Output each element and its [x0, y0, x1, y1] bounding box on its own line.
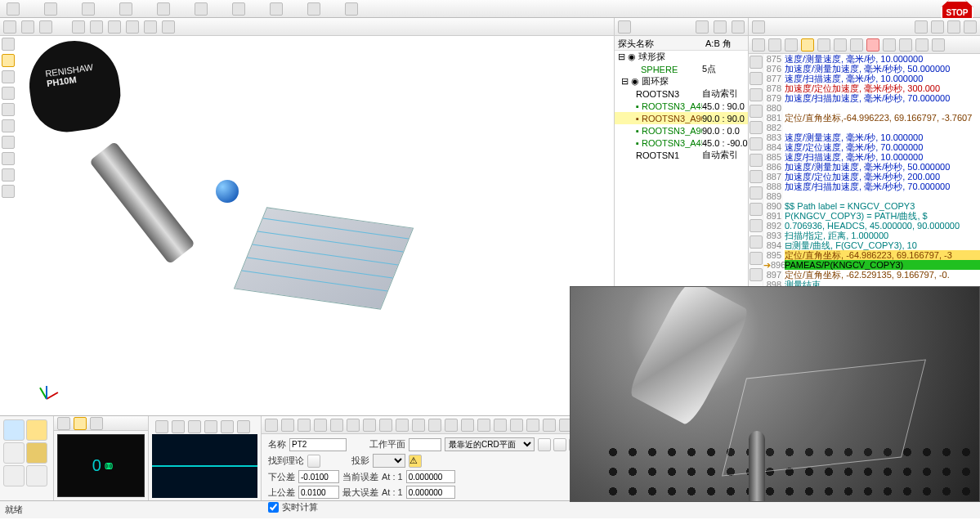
- tb-icon[interactable]: [157, 2, 170, 16]
- big-icon[interactable]: [26, 442, 47, 464]
- feat-sphere-icon[interactable]: [379, 419, 392, 432]
- vp-icon[interactable]: [126, 20, 139, 34]
- side-icon[interactable]: [2, 87, 15, 100]
- tb-icon[interactable]: [195, 2, 208, 16]
- refresh-icon[interactable]: [21, 20, 34, 34]
- save-icon[interactable]: [768, 38, 781, 52]
- big-icon[interactable]: [3, 465, 25, 486]
- code-line[interactable]: 加速度/测量加速度, 毫米/秒秒, 50.000000: [785, 64, 980, 74]
- side-icon[interactable]: [2, 103, 15, 116]
- tree-node[interactable]: ▪ ROOTSN3_A90_...90.0 : 0.0: [615, 124, 748, 137]
- code-icon[interactable]: [947, 20, 960, 34]
- side-icon[interactable]: [750, 56, 763, 69]
- mini-btn[interactable]: [538, 438, 551, 451]
- vp-icon[interactable]: [108, 20, 121, 34]
- tb-icon[interactable]: [307, 2, 320, 16]
- side-icon[interactable]: [750, 88, 763, 101]
- code-line[interactable]: 速度/测量速度, 毫米/秒, 10.000000: [785, 54, 980, 64]
- feat-cyl-icon[interactable]: [347, 419, 360, 432]
- feat-icon[interactable]: [428, 419, 441, 432]
- vp-icon[interactable]: [90, 20, 103, 34]
- side-icon[interactable]: [2, 168, 15, 182]
- tree-node[interactable]: ROOTSN3自动索引: [615, 87, 748, 100]
- side-icon[interactable]: [750, 219, 763, 232]
- code-icon[interactable]: [817, 38, 830, 52]
- delete-icon[interactable]: [866, 38, 879, 52]
- code-icon[interactable]: [915, 38, 929, 52]
- big-icon[interactable]: [26, 465, 47, 486]
- home-icon[interactable]: [3, 20, 16, 34]
- feat-icon[interactable]: [445, 419, 458, 432]
- tb-icon[interactable]: [345, 2, 358, 16]
- mini-btn[interactable]: [553, 438, 566, 451]
- feat-circle-icon[interactable]: [298, 419, 311, 432]
- vp-icon[interactable]: [72, 20, 85, 34]
- vp-icon[interactable]: [144, 20, 157, 34]
- select-icon[interactable]: [2, 38, 15, 51]
- feat-icon[interactable]: [412, 419, 425, 432]
- code-line[interactable]: 加速度/测量加速度, 毫米/秒秒, 50.000000: [785, 162, 980, 172]
- code-line[interactable]: [785, 103, 980, 113]
- code-line[interactable]: 加速度/定位加速度, 毫米/秒秒, 300.000: [785, 83, 980, 93]
- feat-icon[interactable]: [510, 419, 523, 432]
- tree-node[interactable]: ⊟ ◉ 圆环探: [615, 75, 748, 87]
- feat-cone-icon[interactable]: [363, 419, 376, 432]
- upper-tol-input[interactable]: [298, 486, 339, 499]
- feat-icon[interactable]: [526, 419, 539, 432]
- tree-icon[interactable]: [696, 20, 709, 34]
- code-line[interactable]: ⊟测量/曲线, F(GCV_COPY3), 10: [785, 240, 980, 250]
- side-icon[interactable]: [750, 235, 763, 249]
- side-icon[interactable]: [750, 137, 763, 150]
- tree-node[interactable]: SPHERE5点: [615, 63, 748, 75]
- run-icon[interactable]: [752, 38, 765, 52]
- side-icon[interactable]: [750, 268, 763, 281]
- side-icon[interactable]: [2, 70, 15, 83]
- wave-icon[interactable]: [204, 420, 217, 433]
- tb-icon[interactable]: [232, 2, 245, 16]
- zoom-icon[interactable]: [39, 20, 52, 34]
- find-theory-btn[interactable]: [307, 455, 320, 468]
- tree-icon[interactable]: [618, 20, 631, 34]
- side-icon[interactable]: [2, 185, 15, 198]
- feat-icon[interactable]: [461, 419, 474, 432]
- code-icon[interactable]: [964, 20, 977, 34]
- code-icon[interactable]: [915, 20, 928, 34]
- code-line[interactable]: P(KNGCV_COPY3) = PATH/曲线, $: [785, 211, 980, 221]
- code-icon[interactable]: [883, 38, 896, 52]
- feat-arc-icon[interactable]: [314, 419, 327, 432]
- max-err-input[interactable]: [406, 486, 455, 499]
- pick-icon[interactable]: [2, 54, 15, 67]
- code-icon[interactable]: [932, 38, 945, 52]
- code-line[interactable]: 速度/扫描速度, 毫米/秒, 10.000000: [785, 74, 980, 83]
- nearest-crd-select[interactable]: 最靠近的CRD平面: [445, 437, 535, 451]
- vp-icon[interactable]: [162, 20, 175, 34]
- tb-icon[interactable]: [44, 2, 57, 16]
- code-icon[interactable]: [834, 38, 847, 52]
- viewport-canvas[interactable]: RENISHAWPH10M: [21, 38, 614, 415]
- code-line[interactable]: [785, 123, 980, 132]
- feat-icon[interactable]: [477, 419, 490, 432]
- code-line[interactable]: $$ Path label = KNGCV_COPY3: [785, 201, 980, 211]
- lower-tol-input[interactable]: [298, 470, 339, 483]
- dro-icon[interactable]: [90, 417, 103, 430]
- code-icon[interactable]: [931, 20, 944, 34]
- code-icon[interactable]: [850, 38, 863, 52]
- side-icon[interactable]: [750, 72, 763, 85]
- proj-select[interactable]: [373, 454, 405, 468]
- tree-node[interactable]: ▪ ROOTSN3_A45_B...45.0 : 90.0: [615, 100, 748, 112]
- side-icon[interactable]: [2, 152, 15, 165]
- tb-icon[interactable]: [7, 2, 20, 16]
- feat-icon[interactable]: [494, 419, 507, 432]
- code-icon[interactable]: [785, 38, 798, 52]
- code-line[interactable]: 加速度/扫描加速度, 毫米/秒秒, 70.000000: [785, 182, 980, 191]
- side-icon[interactable]: [750, 186, 763, 199]
- code-icon[interactable]: [752, 20, 765, 34]
- code-line[interactable]: 速度/扫描速度, 毫米/秒, 10.000000: [785, 152, 980, 162]
- side-icon[interactable]: [750, 121, 763, 134]
- feat-plane-icon[interactable]: [330, 419, 343, 432]
- feat-icon[interactable]: [396, 419, 409, 432]
- side-icon[interactable]: [750, 203, 763, 216]
- tree-node[interactable]: ▪ ROOTSN3_A45_...45.0 : -90.0: [615, 137, 748, 149]
- big-icon[interactable]: [3, 442, 25, 464]
- wave-icon[interactable]: [237, 420, 250, 433]
